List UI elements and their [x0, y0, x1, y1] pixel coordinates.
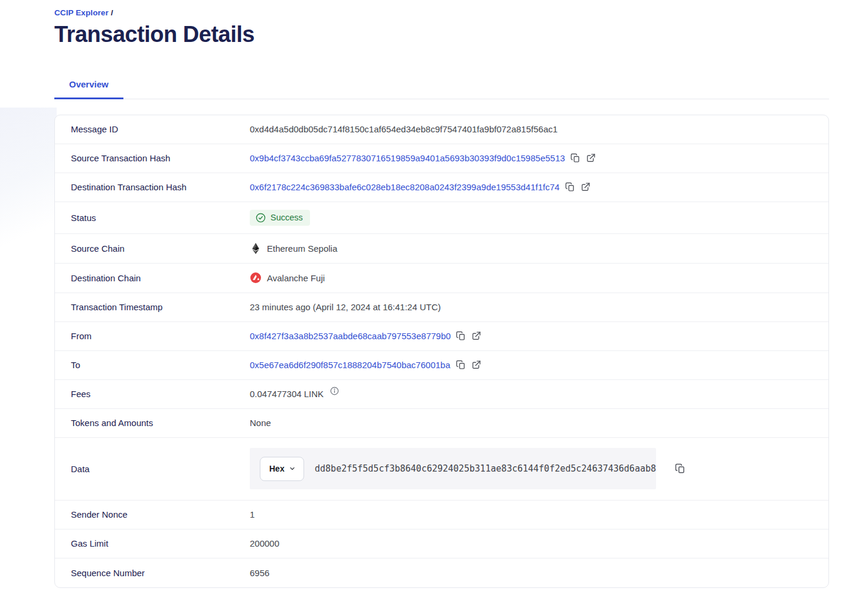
destination-transaction-hash-link[interactable]: 0x6f2178c224c369833bafe6c028eb18ec8208a0… [250, 182, 560, 192]
copy-icon [565, 182, 575, 192]
page-title: Transaction Details [54, 22, 829, 47]
row-to: To 0x5e67ea6d6f290f857c1888204b7540bac76… [55, 351, 828, 380]
copy-icon [456, 360, 466, 370]
external-link-icon [471, 360, 481, 370]
copy-button[interactable] [570, 153, 580, 163]
row-label: Fees [55, 389, 250, 399]
row-label: Sender Nonce [55, 509, 250, 519]
copy-icon [675, 463, 686, 474]
row-data: Data Hex dd8be2f5f5d5cf3b8640c62924025b3… [55, 438, 828, 501]
data-hex-container: Hex dd8be2f5f5d5cf3b8640c62924025b311ae8… [250, 448, 656, 489]
external-link-button[interactable] [580, 182, 590, 192]
transaction-timestamp-value: 23 minutes ago (April 12, 2024 at 16:41:… [250, 302, 441, 312]
row-label: Sequence Number [55, 568, 250, 578]
copy-button[interactable] [456, 360, 466, 370]
row-label: From [55, 331, 250, 341]
info-icon[interactable] [330, 386, 339, 395]
row-sender-nonce: Sender Nonce 1 [55, 501, 828, 529]
tab-overview[interactable]: Overview [54, 72, 123, 99]
row-status: Status Success [55, 202, 828, 234]
data-hex-value: dd8be2f5f5d5cf3b8640c62924025b311ae83c61… [315, 463, 656, 474]
row-label: Destination Chain [55, 273, 250, 283]
external-link-button[interactable] [471, 360, 481, 370]
main-content: CCIP Explorer/ Transaction Details Overv… [0, 0, 868, 588]
tab-bar: Overview [54, 72, 829, 99]
destination-chain-name: Avalanche Fuji [267, 273, 325, 283]
row-destination-transaction-hash: Destination Transaction Hash 0x6f2178c22… [55, 173, 828, 202]
row-label: Destination Transaction Hash [55, 182, 250, 192]
breadcrumb: CCIP Explorer/ [54, 8, 829, 17]
source-chain-name: Ethereum Sepolia [267, 243, 337, 254]
row-label: Tokens and Amounts [55, 418, 250, 428]
external-link-icon [471, 331, 481, 341]
external-link-button[interactable] [586, 153, 596, 163]
external-link-icon [580, 182, 590, 192]
row-label: Gas Limit [55, 538, 250, 548]
row-label: Source Chain [55, 243, 250, 254]
fees-value: 0.047477304 LINK [250, 389, 324, 399]
row-destination-chain: Destination Chain Avalanche Fuji [55, 264, 828, 293]
row-source-chain: Source Chain Ethereum Sepolia [55, 234, 828, 264]
to-address-link[interactable]: 0x5e67ea6d6f290f857c1888204b7540bac76001… [250, 360, 451, 370]
from-address-link[interactable]: 0x8f427f3a3a8b2537aabde68caab797553e8779… [250, 331, 451, 341]
chevron-down-icon [289, 465, 296, 472]
row-label: Source Transaction Hash [55, 153, 250, 163]
row-label: Status [55, 213, 250, 223]
ethereum-icon [250, 243, 262, 254]
data-format-selected: Hex [269, 464, 285, 473]
row-label: Transaction Timestamp [55, 302, 250, 312]
copy-button[interactable] [456, 331, 466, 341]
copy-icon [456, 331, 466, 341]
row-gas-limit: Gas Limit 200000 [55, 529, 828, 558]
external-link-button[interactable] [471, 331, 481, 341]
check-circle-icon [256, 213, 266, 223]
message-id-value: 0xd4d4a5d0db05dc714f8150c1af654ed34eb8c9… [250, 124, 557, 134]
row-tokens-and-amounts: Tokens and Amounts None [55, 409, 828, 438]
row-label: Message ID [55, 124, 250, 134]
breadcrumb-link-ccip-explorer[interactable]: CCIP Explorer [54, 8, 109, 17]
row-source-transaction-hash: Source Transaction Hash 0x9b4cf3743ccba6… [55, 144, 828, 173]
row-fees: Fees 0.047477304 LINK [55, 380, 828, 409]
data-format-select[interactable]: Hex [260, 457, 304, 481]
status-text: Success [270, 213, 303, 222]
row-label: Data [55, 464, 250, 474]
row-from: From 0x8f427f3a3a8b2537aabde68caab797553… [55, 322, 828, 351]
row-transaction-timestamp: Transaction Timestamp 23 minutes ago (Ap… [55, 293, 828, 322]
breadcrumb-separator: / [111, 8, 113, 17]
row-sequence-number: Sequence Number 6956 [55, 558, 828, 587]
copy-button[interactable] [565, 182, 575, 192]
sequence-number-value: 6956 [250, 568, 269, 578]
sender-nonce-value: 1 [250, 509, 254, 519]
source-transaction-hash-link[interactable]: 0x9b4cf3743ccba69fa5277830716519859a9401… [250, 153, 565, 163]
copy-button[interactable] [675, 463, 686, 474]
row-label: To [55, 360, 250, 370]
transaction-details-card: Message ID 0xd4d4a5d0db05dc714f8150c1af6… [54, 115, 829, 588]
avalanche-icon [250, 272, 262, 283]
row-message-id: Message ID 0xd4d4a5d0db05dc714f8150c1af6… [55, 115, 828, 144]
tokens-and-amounts-value: None [250, 418, 271, 428]
gas-limit-value: 200000 [250, 538, 279, 548]
external-link-icon [586, 153, 596, 163]
status-badge: Success [250, 210, 310, 226]
copy-icon [570, 153, 580, 163]
